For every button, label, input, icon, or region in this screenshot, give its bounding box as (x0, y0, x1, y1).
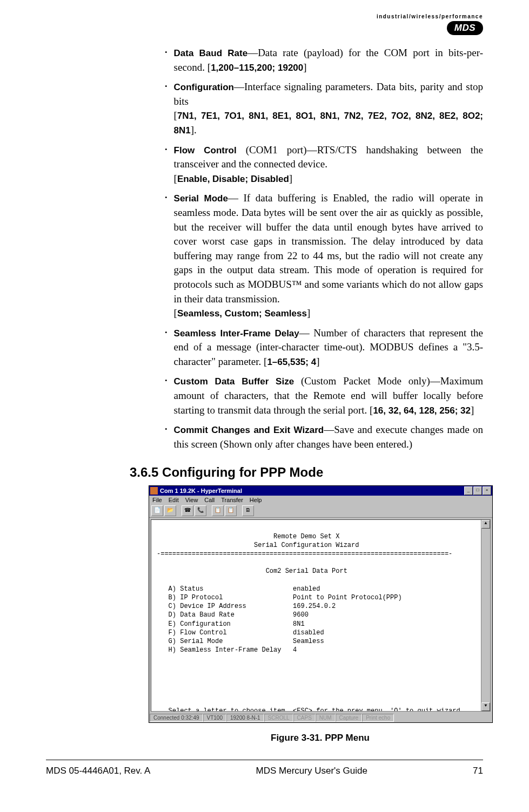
item-term: Data Baud Rate (174, 48, 248, 58)
item-param: 1,200–115,200; 19200 (211, 63, 303, 73)
item-term: Flow Control (174, 145, 237, 155)
menu-view[interactable]: View (185, 497, 198, 503)
figure-caption: Figure 3-31. PPP Menu (149, 733, 492, 743)
terminal-window: Com 1 19.2K - HyperTerminal _ □ × File E… (149, 485, 493, 723)
status-caps: CAPS (293, 714, 316, 722)
status-connected: Connected 0:32:49 (150, 714, 203, 722)
item-param: 1–65,535; 4 (267, 357, 316, 367)
toolbar-button[interactable]: 📋 (225, 505, 237, 516)
footer-right: 71 (473, 766, 483, 776)
item-tail: ] (316, 356, 319, 367)
bullet-icon: • (165, 143, 168, 186)
status-num: NUM (316, 714, 336, 722)
footer-left: MDS 05-4446A01, Rev. A (46, 766, 150, 776)
toolbar-button[interactable]: 📋 (212, 505, 224, 516)
item-param: Seamless, Custom; Seamless (177, 308, 307, 319)
menu-file[interactable]: File (152, 497, 162, 503)
list-item: • Custom Data Buffer Size (Custom Packet… (165, 374, 483, 417)
list-item: • Seamless Inter-Frame Delay— Number of … (165, 326, 483, 369)
status-emulation: VT100 (203, 714, 226, 722)
list-item: • Configuration—Interface signaling para… (165, 80, 483, 137)
list-item: • Data Baud Rate—Data rate (payload) for… (165, 46, 483, 75)
bullet-icon: • (165, 326, 168, 369)
parameter-list: • Data Baud Rate—Data rate (payload) for… (165, 46, 483, 451)
item-term: Seamless Inter-Frame Delay (174, 328, 299, 339)
toolbar-button[interactable]: 🗎 (242, 505, 254, 516)
maximize-button[interactable]: □ (473, 486, 482, 495)
item-term: Custom Data Buffer Size (174, 376, 294, 387)
terminal-content[interactable]: Remote Demo Set X Serial Configuration W… (151, 519, 491, 712)
status-printecho: Print echo (362, 714, 394, 722)
item-term: Commit Changes and Exit Wizard (174, 425, 324, 435)
menu-help[interactable]: Help (250, 497, 262, 503)
item-param: 7N1, 7E1, 7O1, 8N1, 8E1, 8O1, 8N1, 7N2, … (174, 111, 483, 136)
item-tail: ] (303, 62, 306, 73)
header-tagline: industrial/wireless/performance (46, 13, 483, 19)
bullet-icon: • (165, 423, 168, 451)
close-button[interactable]: × (483, 486, 491, 495)
bullet-icon: • (165, 191, 168, 320)
list-item: • Commit Changes and Exit Wizard—Save an… (165, 423, 483, 451)
window-title: Com 1 19.2K - HyperTerminal (160, 488, 464, 494)
status-scroll: SCROLL (264, 714, 293, 722)
menu-transfer[interactable]: Transfer (221, 497, 243, 503)
status-bar: Connected 0:32:49 VT100 19200 8-N-1 SCRO… (149, 713, 492, 722)
status-settings: 19200 8-N-1 (226, 714, 264, 722)
menu-call[interactable]: Call (204, 497, 215, 503)
page-header: industrial/wireless/performance MDS (46, 13, 483, 35)
app-icon (150, 487, 158, 495)
section-heading: 3.6.5 Configuring for PPP Mode (130, 465, 483, 480)
item-tail: ]. (191, 124, 197, 136)
item-text: — If data buffering is Enabled, the radi… (174, 192, 483, 304)
list-item: • Serial Mode— If data buffering is Enab… (165, 191, 483, 320)
bullet-icon: • (165, 80, 168, 137)
scrollbar[interactable]: ▲▼ (481, 520, 490, 711)
menu-edit[interactable]: Edit (169, 497, 179, 503)
minimize-button[interactable]: _ (464, 486, 473, 495)
window-titlebar: Com 1 19.2K - HyperTerminal _ □ × (149, 486, 492, 496)
item-param: Enable, Disable; Disabled (177, 174, 289, 184)
bullet-icon: • (165, 46, 168, 75)
item-term: Configuration (174, 82, 234, 92)
item-term: Serial Mode (174, 193, 228, 204)
page-footer: MDS 05-4446A01, Rev. A MDS Mercury User'… (46, 760, 483, 776)
menu-bar: File Edit View Call Transfer Help (149, 496, 492, 504)
bullet-icon: • (165, 374, 168, 417)
toolbar-button[interactable]: 📞 (195, 505, 206, 516)
toolbar-button[interactable]: 📂 (164, 505, 176, 516)
item-tail: ] (289, 173, 292, 184)
item-param: 16, 32, 64, 128, 256; 32 (373, 405, 471, 416)
toolbar-button[interactable]: ☎ (182, 505, 193, 516)
logo: MDS (447, 21, 483, 35)
list-item: • Flow Control (COM1 port)—RTS/CTS hands… (165, 143, 483, 186)
status-capture: Capture (336, 714, 363, 722)
toolbar: 📄 📂 ☎ 📞 📋 📋 🗎 (149, 504, 492, 518)
toolbar-button[interactable]: 📄 (151, 505, 163, 516)
scroll-up-icon[interactable]: ▲ (481, 520, 490, 529)
scroll-down-icon[interactable]: ▼ (481, 702, 490, 711)
footer-center: MDS Mercury User's Guide (256, 766, 367, 776)
item-tail: ] (307, 307, 310, 319)
item-tail: ] (471, 404, 474, 416)
